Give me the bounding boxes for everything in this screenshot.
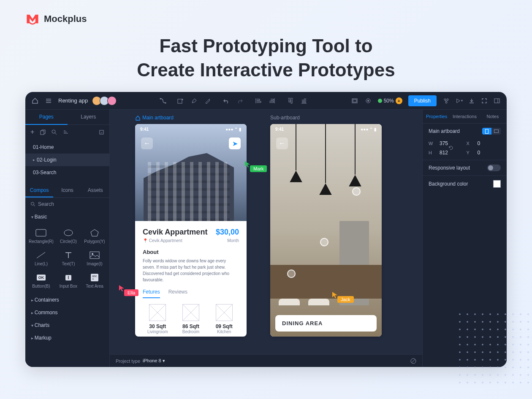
component-tabs: Compos Icons Assets [25,184,109,198]
project-type-label: Project type [116,359,140,364]
avatar[interactable] [107,96,117,105]
align-right-icon[interactable] [268,97,276,105]
placeholder-image-icon [216,304,233,321]
tab-icons[interactable]: Icons [53,184,81,197]
prop-x[interactable]: 0 [478,140,501,146]
page-item[interactable]: 01-Home [25,141,109,154]
orientation-toggle[interactable] [482,128,501,135]
artboard-sub[interactable]: 9:41 ●●● ⌃ ▮ ← DINING AREA [270,124,382,337]
tab-properties[interactable]: Properties [423,110,451,123]
portrait-icon[interactable] [482,128,491,135]
artboard-main-label[interactable]: Main artboard [135,115,174,121]
add-icon[interactable]: + [30,128,34,136]
svg-line-21 [37,252,45,258]
phone-status-bar: 9:41 ●●● ⌃ ▮ [270,124,382,134]
page-item[interactable]: ▸02-Login [25,154,109,166]
share-icon[interactable] [442,97,450,105]
shape-image[interactable]: Image(I) [82,248,107,269]
tab-reviews[interactable]: Reviews [168,289,187,298]
play-icon[interactable]: ▾ [455,97,463,105]
back-button[interactable]: ← [276,137,288,149]
prop-height[interactable]: 812 [440,150,463,156]
svg-rect-2 [178,99,182,103]
tab-compos[interactable]: Compos [25,184,53,197]
back-button[interactable]: ← [141,137,153,149]
responsive-switch[interactable] [487,164,501,171]
category-basic[interactable]: Basic [25,210,109,223]
tab-pages[interactable]: Pages [25,110,68,125]
home-artboard-icon [135,115,141,121]
bgcolor-swatch[interactable] [493,180,501,188]
page-item[interactable]: 03-Search [25,166,109,179]
shape-circle[interactable]: Circle(O) [56,226,81,246]
shape-line[interactable]: Line(L) [28,248,54,269]
align-bottom-icon[interactable] [300,97,308,105]
search-pages-icon[interactable] [52,129,57,135]
tab-layers[interactable]: Layers [68,110,110,125]
pages-layers-tabs: Pages Layers [25,110,109,125]
shape-input[interactable]: IInput Box [56,270,81,291]
fullscreen-icon[interactable] [480,97,488,105]
shape-polygon[interactable]: Polygon(Y) [82,226,107,246]
category-charts[interactable]: Charts [25,319,109,332]
tab-interactions[interactable]: Interactions [451,110,478,123]
device-selector[interactable]: iPhone 8 ▾ [143,358,165,364]
pencil-icon[interactable] [204,97,212,105]
sort-icon[interactable] [63,129,68,135]
shape-rectangle[interactable]: Rectangle(R) [28,226,54,246]
align-top-icon[interactable] [287,97,294,105]
undo-icon[interactable] [223,97,230,105]
apartment-period: Month [227,238,239,243]
download-icon[interactable] [468,97,475,105]
phone-status-bar: 9:41 ●●● ⌃ ▮ [135,124,247,134]
category-containers[interactable]: Containers [25,294,109,306]
align-left-icon[interactable] [255,97,262,105]
collaborator-avatars[interactable] [94,96,117,105]
home-icon[interactable] [31,97,39,105]
no-restriction-icon[interactable] [410,358,416,364]
category-markup[interactable]: Markup [25,332,109,344]
placeholder-image-icon [182,304,199,321]
svg-rect-26 [486,129,489,133]
canvas[interactable]: Main artboard Sub-artboard 9:41 ●●● ⌃ ▮ … [110,110,422,367]
hotspot-icon[interactable] [320,238,328,246]
record-icon[interactable] [364,97,372,105]
svg-point-0 [160,98,161,99]
prop-y[interactable]: 0 [478,150,501,156]
redo-icon[interactable] [236,97,244,105]
reset-dims-icon[interactable] [448,145,454,151]
topbar: Renting app 50% + Publish ▾ [25,92,507,110]
page-label: 03-Search [33,170,56,175]
shape-button[interactable]: OKButton(B) [28,270,54,291]
pen-tool-icon[interactable] [190,97,198,105]
shapes-grid: Rectangle(R) Circle(O) Polygon(Y) Line(L… [25,223,109,294]
svg-point-13 [52,130,55,133]
artboard-sub-label[interactable]: Sub-artboard [270,115,300,121]
tab-assets[interactable]: Assets [81,184,109,197]
category-commons[interactable]: Commons [25,306,109,319]
connector-icon[interactable] [159,97,167,105]
frame-icon[interactable] [351,97,358,105]
duplicate-page-icon[interactable] [40,129,46,135]
add-artboard-icon[interactable] [177,97,185,105]
zoom-plus-icon[interactable]: + [396,97,402,104]
tab-features[interactable]: Fetures [143,289,160,298]
panel-toggle-icon[interactable] [493,97,501,105]
hero-line-1: Fast Prototyping Tool to [159,35,372,56]
landscape-icon[interactable] [491,128,501,135]
brand-logo: Mockplus [25,12,507,26]
hotspot-icon[interactable] [352,187,361,196]
component-search[interactable]: Search [25,198,109,210]
zoom-control[interactable]: 50% + [378,97,402,104]
shape-text[interactable]: Text(T) [56,248,81,269]
svg-rect-12 [41,131,44,135]
artboard-main[interactable]: 9:41 ●●● ⌃ ▮ ← ➤ $30,00 Cevik Appartment… [135,124,247,337]
menu-icon[interactable] [45,97,52,105]
collapse-icon[interactable] [99,129,104,135]
hero-line-2: Create Interactive Prototypes [137,59,395,80]
signal-wifi-battery-icon: ●●● ⌃ ▮ [361,127,377,132]
locate-button[interactable]: ➤ [229,137,241,149]
shape-textarea[interactable]: abc≡Text Area [82,270,107,291]
publish-button[interactable]: Publish [408,95,437,106]
tab-notes[interactable]: Notes [479,110,507,123]
